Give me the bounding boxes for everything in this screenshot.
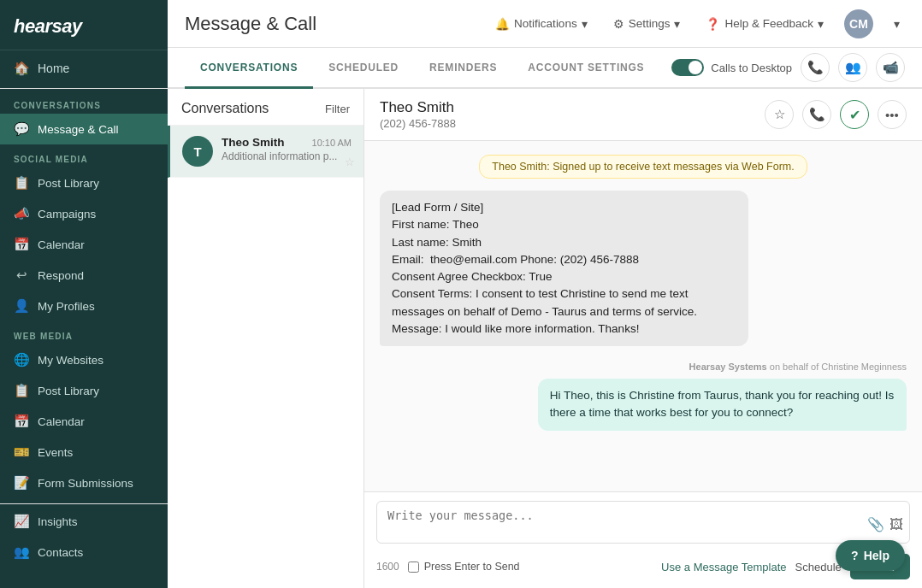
avatar-chevron[interactable]: ▾ <box>889 14 905 34</box>
sender-meta: Hearsay Systems on behalf of Christine M… <box>689 362 907 372</box>
calendar-social-icon: 📅 <box>14 237 29 252</box>
campaigns-icon: 📣 <box>14 206 29 221</box>
sidebar-item-home[interactable]: 🏠 Home <box>0 50 168 86</box>
attachment-icon[interactable]: 📎 <box>867 516 884 532</box>
conv-avatar-theo: T <box>182 136 213 167</box>
phone-icon-btn[interactable]: 📞 <box>801 53 830 82</box>
compose-input-wrap: 📎 🖼 <box>376 501 910 547</box>
form-submissions-icon: 📝 <box>14 475 29 491</box>
sidebar-events-label: Events <box>38 446 73 459</box>
conv-item-theo-smith[interactable]: T Theo Smith 10:10 AM Additional informa… <box>168 126 363 178</box>
press-enter-checkbox[interactable] <box>408 562 419 573</box>
sidebar-item-respond[interactable]: ↩ Respond <box>0 260 168 291</box>
insights-icon: 📈 <box>14 514 29 529</box>
settings-button[interactable]: ⚙ Settings ▾ <box>608 14 686 34</box>
sidebar-item-post-library-social[interactable]: 📋 Post Library <box>0 168 168 198</box>
contacts-icon: 👥 <box>14 544 29 560</box>
sidebar-my-websites-label: My Websites <box>38 354 103 367</box>
topbar: Message & Call 🔔 Notifications ▾ ⚙ Setti… <box>168 0 922 48</box>
sidebar-my-profiles-label: My Profiles <box>38 300 95 313</box>
logo-area: hearsay <box>0 0 168 50</box>
avatar[interactable]: CM <box>844 9 873 38</box>
sidebar-item-form-submissions[interactable]: 📝 Form Submissions <box>0 467 168 498</box>
conv-time: 10:10 AM <box>312 138 352 148</box>
sidebar-item-calendar-social[interactable]: 📅 Calendar <box>0 229 168 260</box>
notifications-chevron-icon: ▾ <box>582 17 588 31</box>
sidebar-calendar-web-label: Calendar <box>38 415 85 428</box>
notifications-button[interactable]: 🔔 Notifications ▾ <box>490 14 593 34</box>
compose-bottom: 1600 Press Enter to Send Use a Message T… <box>376 554 910 579</box>
sidebar-message-call-label: Message & Call <box>38 123 119 136</box>
more-options-btn[interactable]: ••• <box>878 100 907 129</box>
sidebar-item-post-library-web[interactable]: 📋 Post Library <box>0 375 168 406</box>
tab-scheduled-label: SCHEDULED <box>328 62 399 74</box>
tab-reminders[interactable]: REMINDERS <box>414 48 512 89</box>
conv-list-header: Conversations Filter <box>168 89 363 126</box>
image-icon[interactable]: 🖼 <box>889 516 903 532</box>
tab-scheduled[interactable]: SCHEDULED <box>313 48 414 89</box>
sent-meta: Hearsay Systems on behalf of Christine M… <box>380 358 907 373</box>
chat-panel: Theo Smith (202) 456-7888 ☆ 📞 ✔ ••• Theo… <box>364 89 922 588</box>
sidebar-item-contacts[interactable]: 👥 Contacts <box>0 537 168 567</box>
tab-conversations[interactable]: CONVERSATIONS <box>185 48 313 89</box>
press-enter-wrap: Press Enter to Send <box>408 561 520 573</box>
avatar-initials: CM <box>849 17 868 31</box>
topbar-actions: 🔔 Notifications ▾ ⚙ Settings ▾ ❓ Help & … <box>490 9 905 38</box>
help-button[interactable]: ❓ Help & Feedback ▾ <box>700 14 829 34</box>
chat-contact-name: Theo Smith <box>380 99 456 116</box>
post-library-web-icon: 📋 <box>14 383 29 398</box>
char-count: 1600 <box>376 561 399 573</box>
sidebar-contacts-label: Contacts <box>38 546 83 559</box>
compose-input[interactable] <box>376 501 910 544</box>
help-fab-label: Help <box>864 549 889 562</box>
conversations-section-label: CONVERSATIONS <box>0 91 168 114</box>
help-icon: ❓ <box>706 17 720 31</box>
system-message: Theo Smith: Signed up to receive text me… <box>479 155 807 179</box>
respond-icon: ↩ <box>14 268 29 283</box>
tabs-right-controls: Calls to Desktop 📞 👥 📹 <box>671 53 905 82</box>
video-icon-btn[interactable]: 📹 <box>876 53 905 82</box>
calls-to-desktop-toggle[interactable] <box>671 59 704 76</box>
help-fab[interactable]: ? Help <box>836 540 905 571</box>
call-btn[interactable]: 📞 <box>802 100 831 129</box>
main-content: Message & Call 🔔 Notifications ▾ ⚙ Setti… <box>168 0 922 588</box>
message-call-icon: 💬 <box>14 121 29 137</box>
settings-chevron-icon: ▾ <box>674 17 680 31</box>
sidebar-calendar-social-label: Calendar <box>38 238 85 251</box>
sidebar-post-library-web-label: Post Library <box>38 385 99 397</box>
star-icon[interactable]: ☆ <box>345 156 355 168</box>
star-contact-btn[interactable]: ☆ <box>765 100 794 129</box>
sidebar-item-insights[interactable]: 📈 Insights <box>0 506 168 537</box>
conv-info-theo: Theo Smith 10:10 AM Additional informati… <box>222 136 352 162</box>
sidebar-campaigns-label: Campaigns <box>38 208 96 220</box>
sidebar-item-events[interactable]: 🎫 Events <box>0 437 168 467</box>
message-received-text-1: [Lead Form / Site]First name: TheoLast n… <box>392 201 697 335</box>
press-enter-label: Press Enter to Send <box>424 561 520 573</box>
sidebar-item-calendar-web[interactable]: 📅 Calendar <box>0 406 168 437</box>
gear-icon: ⚙ <box>613 17 624 31</box>
content-area: Conversations Filter T Theo Smith 10:10 … <box>168 89 922 588</box>
filter-button[interactable]: Filter <box>325 103 350 115</box>
tab-account-settings[interactable]: ACCOUNT SETTINGS <box>512 48 659 89</box>
sidebar-item-my-profiles[interactable]: 👤 My Profiles <box>0 291 168 321</box>
sidebar-insights-label: Insights <box>38 515 78 528</box>
chat-contact-info: Theo Smith (202) 456-7888 <box>380 99 456 130</box>
template-button[interactable]: Use a Message Template <box>661 561 786 573</box>
schedule-button[interactable]: Schedule <box>795 561 842 573</box>
compose-left: 1600 Press Enter to Send <box>376 561 520 573</box>
sidebar-item-my-websites[interactable]: 🌐 My Websites <box>0 344 168 375</box>
add-contact-icon-btn[interactable]: 👥 <box>838 53 867 82</box>
sidebar-item-campaigns[interactable]: 📣 Campaigns <box>0 198 168 229</box>
sidebar-post-library-social-label: Post Library <box>38 177 99 190</box>
sidebar-form-submissions-label: Form Submissions <box>38 477 133 490</box>
checkmark-btn[interactable]: ✔ <box>840 100 869 129</box>
message-received-1: [Lead Form / Site]First name: TheoLast n… <box>380 191 748 346</box>
sidebar: hearsay 🏠 Home CONVERSATIONS 💬 Message &… <box>0 0 168 588</box>
tab-conversations-label: CONVERSATIONS <box>200 62 298 74</box>
sidebar-home-label: Home <box>38 62 69 75</box>
social-media-section-label: SOCIAL MEDIA <box>0 144 168 168</box>
calls-to-desktop-toggle-wrap: Calls to Desktop <box>671 59 792 76</box>
logo: hearsay <box>14 15 154 38</box>
sidebar-item-message-call[interactable]: 💬 Message & Call <box>0 114 168 144</box>
message-sent-1: Hi Theo, this is Christine from Taurus, … <box>538 379 907 431</box>
